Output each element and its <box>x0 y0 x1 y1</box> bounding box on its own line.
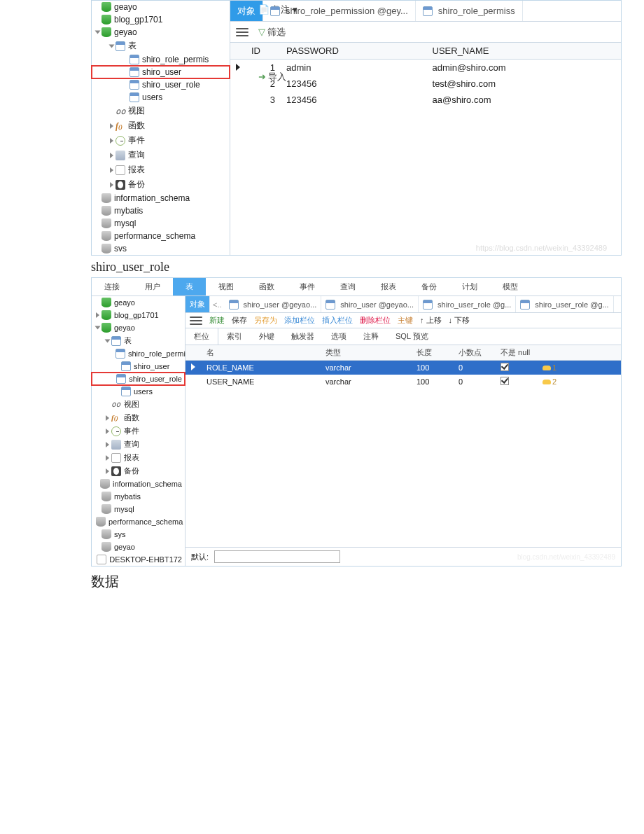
menu-item[interactable]: 连接 <box>92 278 132 296</box>
tab[interactable]: shiro_user @geyao... <box>321 296 419 312</box>
tree-item[interactable]: users <box>92 385 185 398</box>
menu-item[interactable]: 事件 <box>287 278 328 296</box>
tree-item[interactable]: geyao <box>92 26 230 39</box>
menu-item[interactable]: 备份 <box>409 278 449 296</box>
tree-item[interactable]: f()函数 <box>92 411 185 424</box>
table-row[interactable]: USER_NAMEvarchar10002 <box>186 375 621 389</box>
tree-item[interactable]: f()函数 <box>92 118 230 133</box>
tree-item[interactable]: svs <box>92 242 230 255</box>
toolbar-button[interactable]: 新建 <box>209 315 225 326</box>
toolbar-button[interactable]: ↑ 上移 <box>420 315 442 326</box>
tab[interactable]: 对象 <box>186 296 210 312</box>
sub-tab[interactable]: 索引 <box>218 328 251 345</box>
sub-tab[interactable]: 触发器 <box>283 328 323 345</box>
sub-tab[interactable]: SQL 预览 <box>387 328 437 345</box>
tab[interactable]: shiro_user_role @g... <box>419 296 516 312</box>
tree-item[interactable]: blog_gp1701 <box>92 309 185 321</box>
tree-item[interactable]: 备份 <box>92 177 230 192</box>
menu-item[interactable]: 查询 <box>328 278 368 296</box>
tree-item[interactable]: shiro_role_permis <box>92 347 185 360</box>
tree-item[interactable]: geyao <box>92 541 185 553</box>
tree-item[interactable]: 表 <box>92 39 230 53</box>
sub-tab[interactable]: 注释 <box>355 328 387 345</box>
tab[interactable]: shiro_user_role @g... <box>516 296 613 312</box>
tree-item[interactable]: mybatis <box>92 204 230 217</box>
toolbar-button[interactable]: 删除栏位 <box>360 315 391 326</box>
toolbar-button[interactable]: 插入栏位 <box>322 315 353 326</box>
menu-item[interactable]: 用户 <box>132 278 173 296</box>
column-header[interactable]: 长度 <box>411 345 453 361</box>
sub-tab[interactable]: 栏位 <box>186 328 218 345</box>
toolbar-button[interactable]: 📄备注 ▾ <box>258 4 304 16</box>
tree-item[interactable]: 查询 <box>92 438 185 451</box>
tree-item[interactable]: performance_schema <box>92 515 185 528</box>
tree-item[interactable]: 查询 <box>92 148 230 162</box>
table-row[interactable]: 3123456aa@shiro.com <box>230 92 621 108</box>
tree-item[interactable]: users <box>92 91 230 104</box>
column-header[interactable] <box>537 345 621 361</box>
tree-item[interactable]: 备份 <box>92 464 185 478</box>
tab[interactable]: shiro_role_permiss <box>416 1 523 21</box>
table-row[interactable]: 2123456test@shiro.com <box>230 76 621 92</box>
not-null-checkbox[interactable] <box>500 363 509 371</box>
menu-item[interactable]: 计划 <box>449 278 490 296</box>
not-null-checkbox[interactable] <box>500 377 509 385</box>
tree-item[interactable]: mysql <box>92 217 230 230</box>
column-header[interactable]: 名 <box>201 345 320 361</box>
tree-item[interactable]: mybatis <box>92 490 185 503</box>
table-row[interactable]: 1adminadmin@shiro.com <box>230 60 621 76</box>
default-input[interactable] <box>214 550 340 563</box>
toolbar-button[interactable]: ▽筛选 <box>258 26 304 39</box>
tree-item[interactable]: shiro_user_role <box>92 78 230 91</box>
menu-item[interactable]: 报表 <box>368 278 409 296</box>
menu-item[interactable]: 函数 <box>246 278 287 296</box>
column-header[interactable]: 不是 null <box>495 345 537 361</box>
menu-icon[interactable] <box>190 316 202 326</box>
bak-icon <box>111 466 121 476</box>
collapse-icon <box>105 339 111 342</box>
toolbar-button[interactable]: ↓ 下移 <box>449 315 470 326</box>
tree-item[interactable]: shiro_user <box>92 66 230 78</box>
column-header[interactable]: USER_NAME <box>427 43 621 60</box>
tree-item[interactable]: oo视图 <box>92 398 185 411</box>
tree-item[interactable]: geayo <box>92 1 230 13</box>
tree-item[interactable]: information_schema <box>92 478 185 490</box>
tree-item[interactable]: mysql <box>92 503 185 515</box>
toolbar-button[interactable]: 另存为 <box>254 315 277 326</box>
menu-item[interactable]: 表 <box>173 278 206 296</box>
toolbar-button[interactable]: 主键 <box>398 315 413 326</box>
tree-item[interactable]: performance_schema <box>92 230 230 242</box>
column-header[interactable]: ID <box>246 43 281 60</box>
menu-item[interactable]: 视图 <box>206 278 246 296</box>
column-header[interactable]: PASSWORD <box>281 43 427 60</box>
tree-item[interactable]: sys <box>92 528 185 541</box>
sub-tab[interactable]: 选项 <box>323 328 355 345</box>
toolbar-button[interactable]: 保存 <box>232 315 247 326</box>
tree-item[interactable]: information_schema <box>92 192 230 204</box>
tree-item-label: blog_gp1701 <box>114 311 159 319</box>
tree-item[interactable]: 事件 <box>92 133 230 148</box>
column-header[interactable]: 类型 <box>320 345 411 361</box>
tree-item-label: performance_schema <box>108 517 183 526</box>
tree-sidebar: geayoblog_gp1701geyao表shiro_role_permiss… <box>92 1 230 255</box>
column-header[interactable]: 小数点 <box>453 345 495 361</box>
sub-tab[interactable]: 外键 <box>251 328 283 345</box>
tree-item[interactable]: shiro_role_permis <box>92 53 230 66</box>
menu-icon[interactable] <box>236 27 248 37</box>
sub-tab-bar: 栏位索引外键触发器选项注释SQL 预览 <box>186 328 621 345</box>
tree-item[interactable]: blog_gp1701 <box>92 13 230 26</box>
tree-item[interactable]: 报表 <box>92 451 185 464</box>
toolbar-button[interactable]: 添加栏位 <box>284 315 315 326</box>
tree-item[interactable]: shiro_user_role <box>92 373 185 385</box>
tree-item[interactable]: 表 <box>92 334 185 347</box>
tree-item[interactable]: shiro_user <box>92 360 185 373</box>
tree-item[interactable]: oo视图 <box>92 104 230 118</box>
tree-item[interactable]: geayo <box>92 296 185 309</box>
tree-item[interactable]: geyao <box>92 321 185 334</box>
tree-item[interactable]: 报表 <box>92 162 230 177</box>
tab[interactable]: shiro_user @geyao... <box>225 296 322 312</box>
tree-item[interactable]: DESKTOP-EHBT172 <box>92 553 185 566</box>
menu-item[interactable]: 模型 <box>490 278 531 296</box>
tree-item[interactable]: 事件 <box>92 424 185 438</box>
table-row[interactable]: ROLE_NAMEvarchar10001 <box>186 361 621 375</box>
